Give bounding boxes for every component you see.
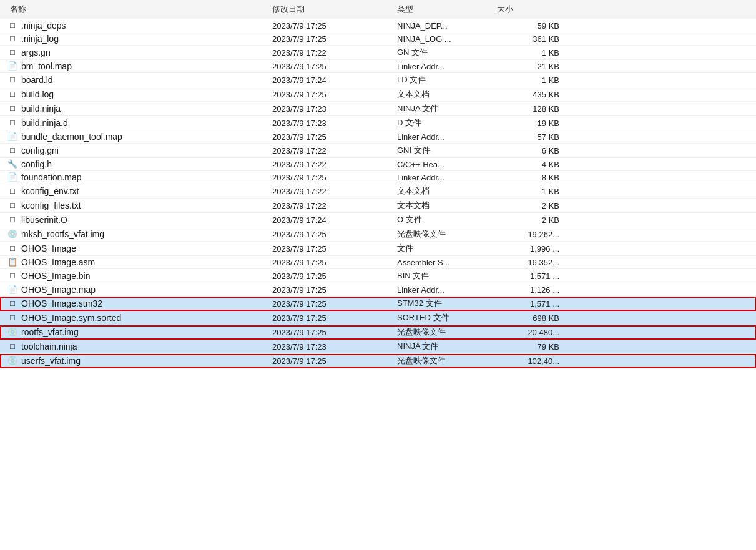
- table-row[interactable]: □.ninja_log2023/7/9 17:25NINJA_LOG ...36…: [0, 32, 756, 46]
- file-name-text: bundle_daemon_tool.map: [21, 132, 122, 142]
- file-size: 1,571 ...: [494, 299, 569, 308]
- table-row[interactable]: □board.ld2023/7/9 17:24LD 文件1 KB: [0, 73, 756, 87]
- file-icon: □: [7, 298, 17, 308]
- table-row[interactable]: □args.gn2023/7/9 17:22GN 文件1 KB: [0, 46, 756, 60]
- file-icon: □: [7, 200, 17, 210]
- file-icon: □: [7, 215, 17, 225]
- file-date: 2023/7/9 17:22: [270, 201, 395, 210]
- file-icon: □: [7, 186, 17, 196]
- table-row[interactable]: □OHOS_Image.stm322023/7/9 17:25STM32 文件1…: [0, 297, 756, 311]
- file-size: 1 KB: [494, 76, 569, 85]
- file-date: 2023/7/9 17:23: [270, 104, 395, 114]
- table-row[interactable]: □.ninja_deps2023/7/9 17:25NINJA_DEP...59…: [0, 19, 756, 32]
- file-name-text: toolchain.ninja: [21, 341, 77, 351]
- file-size: 361 KB: [494, 34, 569, 44]
- file-type: O 文件: [395, 214, 494, 225]
- file-icon: □: [7, 118, 17, 128]
- file-name-text: mksh_rootfs_vfat.img: [21, 229, 104, 239]
- file-icon: □: [7, 104, 17, 114]
- file-name-text: libuserinit.O: [21, 215, 67, 225]
- file-size: 4 KB: [494, 160, 569, 169]
- file-date: 2023/7/9 17:22: [270, 160, 395, 169]
- file-date: 2023/7/9 17:24: [270, 215, 395, 225]
- file-type: NINJA 文件: [395, 341, 494, 352]
- table-row[interactable]: □kconfig_env.txt2023/7/9 17:22文本文档1 KB: [0, 184, 756, 199]
- file-size: 128 KB: [494, 104, 569, 114]
- file-date: 2023/7/9 17:22: [270, 187, 395, 196]
- table-row[interactable]: □build.ninja2023/7/9 17:23NINJA 文件128 KB: [0, 102, 756, 116]
- file-size: 2 KB: [494, 215, 569, 225]
- table-row[interactable]: 💿rootfs_vfat.img2023/7/9 17:25光盘映像文件20,4…: [0, 325, 756, 340]
- file-type: SORTED 文件: [395, 312, 494, 323]
- file-name-text: rootfs_vfat.img: [21, 327, 79, 337]
- file-date: 2023/7/9 17:25: [270, 299, 395, 308]
- file-type: 光盘映像文件: [395, 327, 494, 338]
- file-size: 1,571 ...: [494, 272, 569, 281]
- file-type: LD 文件: [395, 74, 494, 86]
- table-row[interactable]: □config.gni2023/7/9 17:22GNI 文件6 KB: [0, 144, 756, 158]
- file-name-text: OHOS_Image.asm: [21, 257, 95, 267]
- table-row[interactable]: □OHOS_Image.sym.sorted2023/7/9 17:25SORT…: [0, 311, 756, 325]
- file-icon: □: [7, 145, 17, 155]
- file-size: 1 KB: [494, 48, 569, 57]
- table-row[interactable]: □OHOS_Image.bin2023/7/9 17:25BIN 文件1,571…: [0, 269, 756, 283]
- file-name-cell: □build.ninja.d: [7, 118, 270, 128]
- table-row[interactable]: □build.ninja.d2023/7/9 17:23D 文件19 KB: [0, 116, 756, 130]
- file-type: Linker Addr...: [395, 62, 494, 71]
- file-type: Linker Addr...: [395, 173, 494, 182]
- table-row[interactable]: □build.log2023/7/9 17:25文本文档435 KB: [0, 87, 756, 102]
- file-icon: 📄: [7, 285, 17, 295]
- file-icon: 💿: [7, 327, 17, 337]
- table-row[interactable]: 📋OHOS_Image.asm2023/7/9 17:25Assembler S…: [0, 256, 756, 269]
- file-name-cell: 💿rootfs_vfat.img: [7, 327, 270, 337]
- file-type: Linker Addr...: [395, 132, 494, 142]
- file-type: NINJA_LOG ...: [395, 34, 494, 44]
- table-row[interactable]: 💿mksh_rootfs_vfat.img2023/7/9 17:25光盘映像文…: [0, 227, 756, 242]
- file-date: 2023/7/9 17:25: [270, 313, 395, 323]
- file-icon: □: [7, 75, 17, 85]
- table-row[interactable]: 📄foundation.map2023/7/9 17:25Linker Addr…: [0, 171, 756, 184]
- file-name-cell: □OHOS_Image.sym.sorted: [7, 313, 270, 323]
- file-icon: □: [7, 313, 17, 323]
- file-type: NINJA 文件: [395, 103, 494, 114]
- file-date: 2023/7/9 17:25: [270, 173, 395, 182]
- table-row[interactable]: □OHOS_Image2023/7/9 17:25文件1,996 ...: [0, 242, 756, 256]
- file-type: 文本文档: [395, 200, 494, 211]
- file-date: 2023/7/9 17:23: [270, 342, 395, 351]
- file-date: 2023/7/9 17:25: [270, 285, 395, 295]
- table-row[interactable]: 💿userfs_vfat.img2023/7/9 17:25光盘映像文件102,…: [0, 354, 756, 368]
- file-icon: □: [7, 89, 17, 99]
- table-row[interactable]: □toolchain.ninja2023/7/9 17:23NINJA 文件79…: [0, 340, 756, 354]
- file-size: 19,262...: [494, 230, 569, 239]
- file-list[interactable]: □.ninja_deps2023/7/9 17:25NINJA_DEP...59…: [0, 19, 756, 550]
- file-size: 435 KB: [494, 90, 569, 99]
- file-name-cell: □args.gn: [7, 47, 270, 57]
- file-type: D 文件: [395, 117, 494, 129]
- file-date: 2023/7/9 17:25: [270, 21, 395, 31]
- table-row[interactable]: 📄bm_tool.map2023/7/9 17:25Linker Addr...…: [0, 60, 756, 73]
- file-name-cell: □.ninja_log: [7, 34, 270, 44]
- file-date: 2023/7/9 17:25: [270, 356, 395, 366]
- table-row[interactable]: □kconfig_files.txt2023/7/9 17:22文本文档2 KB: [0, 199, 756, 213]
- file-icon: 💿: [7, 356, 17, 366]
- file-name-text: config.gni: [21, 145, 59, 155]
- table-row[interactable]: □libuserinit.O2023/7/9 17:24O 文件2 KB: [0, 213, 756, 227]
- table-row[interactable]: 📄bundle_daemon_tool.map2023/7/9 17:25Lin…: [0, 130, 756, 144]
- file-type: GNI 文件: [395, 145, 494, 156]
- file-name-text: args.gn: [21, 47, 51, 57]
- col-header-type: 类型: [395, 2, 494, 16]
- file-date: 2023/7/9 17:25: [270, 34, 395, 44]
- file-name-text: foundation.map: [21, 172, 82, 182]
- file-date: 2023/7/9 17:22: [270, 146, 395, 155]
- table-row[interactable]: 📄OHOS_Image.map2023/7/9 17:25Linker Addr…: [0, 283, 756, 297]
- file-name-cell: □.ninja_deps: [7, 21, 270, 31]
- file-size: 19 KB: [494, 119, 569, 128]
- file-name-cell: □build.ninja: [7, 104, 270, 114]
- file-date: 2023/7/9 17:25: [270, 328, 395, 337]
- file-size: 16,352...: [494, 258, 569, 267]
- file-name-text: kconfig_env.txt: [21, 186, 79, 196]
- file-date: 2023/7/9 17:25: [270, 244, 395, 253]
- table-row[interactable]: 🔧config.h2023/7/9 17:22C/C++ Hea...4 KB: [0, 158, 756, 171]
- file-size: 20,480...: [494, 328, 569, 337]
- file-icon: 📄: [7, 61, 17, 71]
